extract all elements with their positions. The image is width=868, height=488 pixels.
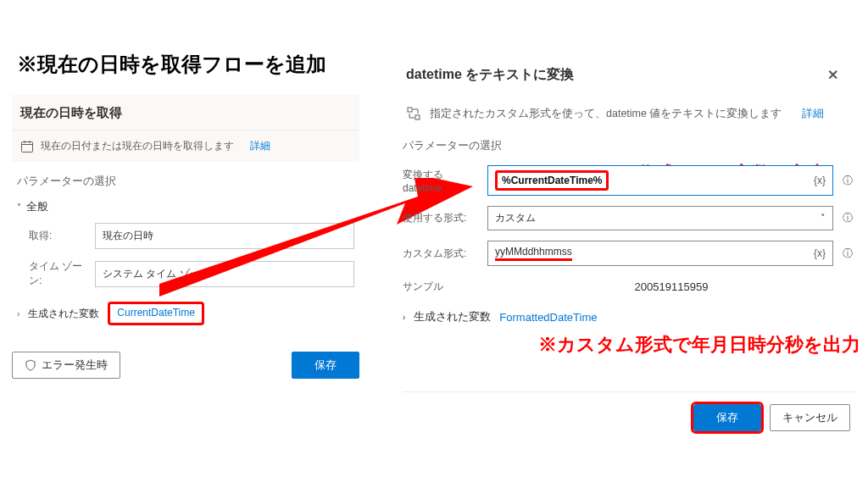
left-dialog-title: 現在の日時を取得 bbox=[12, 95, 359, 130]
datetime-field-label: 変換する datetime: bbox=[403, 168, 487, 194]
left-save-button[interactable]: 保存 bbox=[292, 352, 359, 379]
general-label: 全般 bbox=[26, 199, 48, 214]
custom-format-input[interactable]: yyMMddhhmmss {x} bbox=[487, 241, 833, 266]
generated-var-chip[interactable]: CurrentDateTime bbox=[117, 307, 195, 319]
retrieve-field-label: 取得: bbox=[29, 229, 95, 243]
datetime-value-token: %CurrentDateTime% bbox=[495, 170, 609, 191]
chevron-down-icon: ˅ bbox=[821, 213, 826, 224]
svg-rect-0 bbox=[22, 141, 33, 152]
close-icon[interactable]: ✕ bbox=[827, 67, 838, 83]
caret-right-icon: › bbox=[403, 313, 405, 322]
right-generated-var-chip[interactable]: FormattedDateTime bbox=[499, 311, 597, 324]
format-value: カスタム bbox=[495, 211, 536, 225]
calendar-icon bbox=[20, 140, 34, 153]
right-dialog-description: 指定されたカスタム形式を使って、datetime 値をテキストに変換します 詳細 bbox=[403, 97, 855, 133]
right-section-params-label: パラメーターの選択 bbox=[403, 133, 855, 160]
right-more-link[interactable]: 詳細 bbox=[802, 107, 824, 121]
generated-var-highlight: CurrentDateTime bbox=[108, 302, 204, 325]
convert-icon bbox=[406, 106, 421, 121]
right-dialog-title: datetime をテキストに変換 bbox=[406, 66, 574, 84]
timezone-select[interactable]: システム タイム ゾーン bbox=[95, 261, 354, 287]
right-generated-var-label: 生成された変数 bbox=[414, 309, 491, 324]
cancel-button[interactable]: キャンセル bbox=[770, 404, 850, 431]
retrieve-select[interactable]: 現在の日時 bbox=[95, 223, 354, 249]
svg-rect-4 bbox=[408, 108, 412, 112]
generated-var-label: 生成された変数 bbox=[28, 307, 99, 321]
caret-down-icon: ˅ bbox=[17, 202, 21, 212]
info-icon[interactable]: ⓘ bbox=[840, 211, 855, 225]
format-field-label: 使用する形式: bbox=[403, 211, 487, 225]
info-icon[interactable]: ⓘ bbox=[840, 247, 855, 261]
shield-icon bbox=[25, 359, 36, 371]
left-desc-text: 現在の日付または現在の日時を取得します bbox=[41, 139, 234, 153]
info-icon[interactable]: ⓘ bbox=[840, 174, 855, 188]
custom-format-field-label: カスタム形式: bbox=[403, 247, 487, 261]
timezone-field-label: タイム ゾーン: bbox=[29, 259, 95, 288]
annotation-custom-format: ※カスタム形式で年月日時分秒を出力 bbox=[538, 332, 860, 358]
datetime-input[interactable]: %CurrentDateTime% {x} bbox=[487, 165, 833, 196]
left-dialog-description: 現在の日付または現在の日時を取得します 詳細 bbox=[12, 130, 359, 162]
left-section-params-label: パラメーターの選択 bbox=[12, 162, 359, 191]
right-dialog: datetime をテキストに変換 ✕ 指定されたカスタム形式を使って、date… bbox=[403, 61, 855, 331]
left-dialog: 現在の日時を取得 現在の日付または現在の日時を取得します 詳細 パラメーターの選… bbox=[12, 95, 359, 330]
format-select[interactable]: カスタム ˅ bbox=[487, 206, 833, 230]
caret-right-icon: › bbox=[17, 309, 19, 319]
general-expander[interactable]: ˅ 全般 bbox=[12, 191, 359, 218]
on-error-label: エラー発生時 bbox=[42, 358, 108, 373]
right-footer: 保存 キャンセル bbox=[403, 391, 855, 431]
variable-picker-icon[interactable]: {x} bbox=[814, 175, 826, 186]
right-save-button[interactable]: 保存 bbox=[693, 404, 761, 431]
sample-value: 200519115959 bbox=[487, 280, 855, 293]
svg-rect-5 bbox=[415, 115, 420, 119]
left-footer: エラー発生時 保存 bbox=[12, 352, 359, 379]
on-error-button[interactable]: エラー発生時 bbox=[12, 352, 120, 379]
variable-picker-icon[interactable]: {x} bbox=[814, 247, 826, 259]
annotation-main-title: ※現在の日時を取得フローを追加 bbox=[17, 51, 326, 78]
left-more-link[interactable]: 詳細 bbox=[250, 139, 270, 153]
custom-format-value: yyMMddhhmmss bbox=[495, 246, 572, 261]
right-desc-text: 指定されたカスタム形式を使って、datetime 値をテキストに変換します bbox=[430, 107, 782, 121]
sample-label: サンプル bbox=[403, 280, 487, 294]
